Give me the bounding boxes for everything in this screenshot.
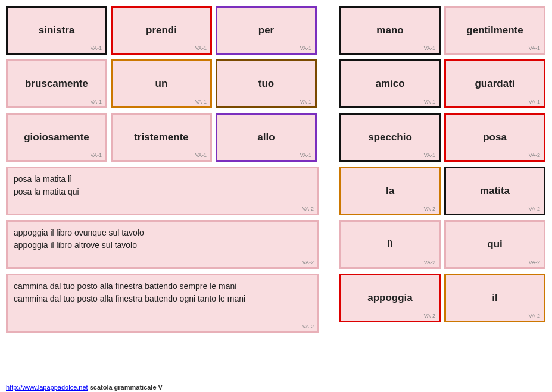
badge: VA-2: [529, 259, 540, 265]
badge: VA-2: [529, 206, 540, 212]
card-gioiosamente: gioiosamenteVA-1: [6, 113, 107, 162]
badge: VA-1: [195, 152, 207, 158]
card-appoggia-small: appoggiaVA-2: [339, 274, 441, 322]
card-tristemente: tristementeVA-1: [111, 113, 212, 162]
badge: VA-1: [195, 99, 207, 105]
card-appoggia-il-libro: appoggia il libro ovunque sul tavoloappo…: [6, 220, 319, 269]
footer-text: scatola grammaticale V: [88, 384, 163, 391]
badge: VA-2: [302, 324, 314, 330]
card-prendi: prendiVA-1: [111, 6, 212, 55]
badge: VA-2: [302, 259, 314, 265]
badge: VA-1: [424, 45, 435, 51]
footer-link[interactable]: http://www.lapappadolce.net: [6, 384, 88, 391]
card-bruscamente: bruscamenteVA-1: [6, 59, 107, 108]
card-qui: quiVA-2: [444, 220, 545, 269]
card-mano: manoVA-1: [339, 6, 441, 55]
card-un: unVA-1: [111, 59, 212, 108]
badge: VA-1: [91, 45, 102, 51]
badge: VA-2: [302, 206, 314, 212]
badge: VA-1: [424, 99, 435, 105]
card-gentilmente: gentilmenteVA-1: [444, 6, 545, 55]
card-matita: matitaVA-2: [444, 167, 545, 215]
badge: VA-2: [529, 313, 540, 319]
card-li: lìVA-2: [339, 220, 441, 269]
card-la: laVA-2: [339, 167, 441, 215]
badge: VA-1: [300, 45, 311, 51]
badge: VA-2: [424, 206, 435, 212]
badge: VA-1: [195, 45, 207, 51]
badge: VA-2: [424, 313, 435, 319]
badge: VA-1: [529, 45, 540, 51]
card-specchio: specchioVA-1: [339, 113, 441, 162]
badge: VA-1: [300, 99, 311, 105]
card-allo: alloVA-1: [216, 113, 317, 162]
card-il: ilVA-2: [444, 274, 545, 322]
card-cammina: cammina dal tuo posto alla finestra batt…: [6, 274, 319, 333]
badge: VA-1: [529, 99, 540, 105]
card-sinistra: sinistraVA-1: [6, 6, 107, 55]
card-posa-la-matita: posa la matita lìposa la matita quiVA-2: [6, 167, 319, 215]
card-amico: amicoVA-1: [339, 59, 441, 108]
card-per: perVA-1: [216, 6, 317, 55]
badge: VA-2: [529, 152, 540, 158]
badge: VA-1: [424, 152, 435, 158]
card-guardati: guardatiVA-1: [444, 59, 545, 108]
badge: VA-1: [91, 99, 102, 105]
badge: VA-1: [91, 152, 102, 158]
badge: VA-1: [300, 152, 311, 158]
card-posa: posaVA-2: [444, 113, 545, 162]
footer: http://www.lapappadolce.net scatola gram…: [6, 384, 163, 391]
card-tuo: tuoVA-1: [216, 59, 317, 108]
badge: VA-2: [424, 259, 435, 265]
